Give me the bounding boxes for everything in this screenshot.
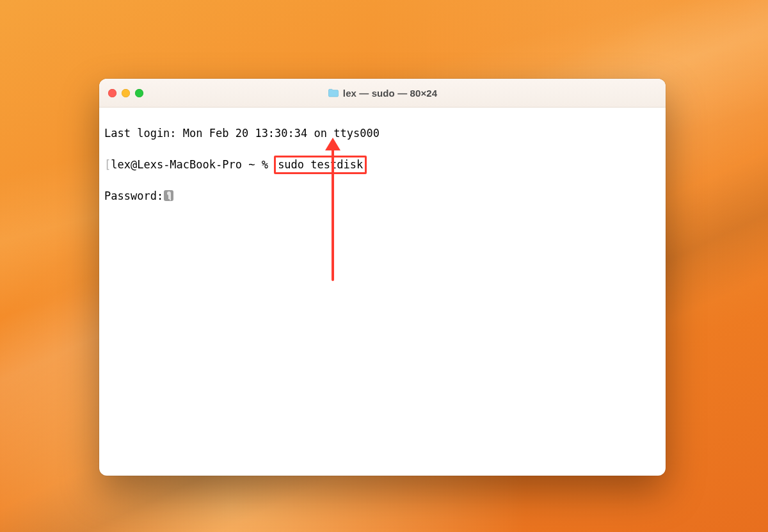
last-login-line: Last login: Mon Feb 20 13:30:34 on ttys0… <box>104 126 660 141</box>
prompt-line: [lex@Lexs-MacBook-Pro ~ % sudo testdisk <box>104 156 660 174</box>
window-title: lex — sudo — 80×24 <box>343 88 437 99</box>
minimize-button[interactable] <box>122 89 130 97</box>
window-titlebar[interactable]: lex — sudo — 80×24 <box>99 79 666 108</box>
typed-command: sudo testdisk <box>278 158 363 171</box>
zoom-button[interactable] <box>135 89 143 97</box>
traffic-lights <box>99 89 143 97</box>
password-label: Password: <box>104 189 163 202</box>
desktop-wallpaper: lex — sudo — 80×24 Last login: Mon Feb 2… <box>0 0 768 532</box>
shell-prompt: lex@Lexs-MacBook-Pro ~ % <box>111 158 275 171</box>
close-button[interactable] <box>108 89 116 97</box>
terminal-window: lex — sudo — 80×24 Last login: Mon Feb 2… <box>99 79 666 476</box>
key-icon <box>164 190 173 201</box>
password-line: Password: <box>104 189 660 204</box>
folder-icon <box>328 88 339 97</box>
command-highlight: sudo testdisk <box>274 156 367 174</box>
terminal-body[interactable]: Last login: Mon Feb 20 13:30:34 on ttys0… <box>99 108 666 476</box>
